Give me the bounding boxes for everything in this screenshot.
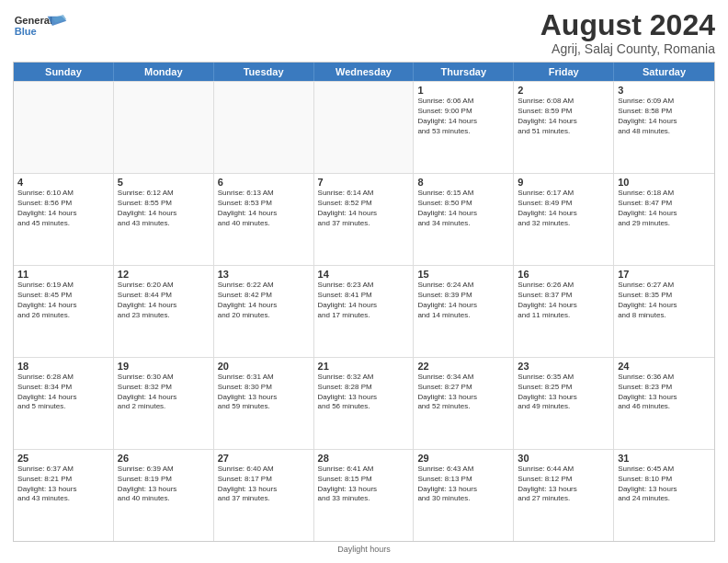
- calendar-cell: 28Sunrise: 6:41 AM Sunset: 8:15 PM Dayli…: [314, 450, 415, 541]
- calendar-cell: 11Sunrise: 6:19 AM Sunset: 8:45 PM Dayli…: [14, 266, 114, 357]
- svg-text:Blue: Blue: [15, 26, 37, 37]
- day-of-week-header: Friday: [514, 63, 614, 81]
- calendar-cell: [314, 82, 415, 173]
- calendar-cell: 24Sunrise: 6:36 AM Sunset: 8:23 PM Dayli…: [614, 358, 714, 449]
- calendar: SundayMondayTuesdayWednesdayThursdayFrid…: [13, 62, 715, 542]
- main-title: August 2024: [540, 9, 715, 41]
- day-number: 6: [218, 177, 310, 188]
- day-info: Sunrise: 6:23 AM Sunset: 8:41 PM Dayligh…: [318, 281, 410, 320]
- day-number: 18: [17, 361, 109, 372]
- calendar-row: 18Sunrise: 6:28 AM Sunset: 8:34 PM Dayli…: [14, 357, 714, 449]
- day-number: 4: [17, 177, 109, 188]
- calendar-cell: 29Sunrise: 6:43 AM Sunset: 8:13 PM Dayli…: [414, 450, 514, 541]
- day-number: 16: [518, 269, 609, 280]
- day-number: 7: [318, 177, 410, 188]
- day-number: 3: [618, 85, 711, 96]
- day-info: Sunrise: 6:44 AM Sunset: 8:12 PM Dayligh…: [518, 465, 609, 504]
- day-of-week-header: Saturday: [614, 63, 714, 81]
- day-of-week-header: Thursday: [414, 63, 514, 81]
- calendar-cell: 6Sunrise: 6:13 AM Sunset: 8:53 PM Daylig…: [214, 174, 314, 265]
- calendar-row: 11Sunrise: 6:19 AM Sunset: 8:45 PM Dayli…: [14, 265, 714, 357]
- logo: General Blue: [13, 9, 68, 42]
- day-info: Sunrise: 6:24 AM Sunset: 8:39 PM Dayligh…: [417, 281, 509, 320]
- calendar-cell: 21Sunrise: 6:32 AM Sunset: 8:28 PM Dayli…: [314, 358, 415, 449]
- day-info: Sunrise: 6:14 AM Sunset: 8:52 PM Dayligh…: [318, 189, 410, 228]
- title-block: August 2024 Agrij, Salaj County, Romania: [540, 9, 715, 56]
- day-info: Sunrise: 6:27 AM Sunset: 8:35 PM Dayligh…: [618, 281, 711, 320]
- day-info: Sunrise: 6:09 AM Sunset: 8:58 PM Dayligh…: [618, 97, 711, 136]
- day-info: Sunrise: 6:37 AM Sunset: 8:21 PM Dayligh…: [17, 465, 109, 504]
- day-number: 2: [518, 85, 609, 96]
- day-number: 22: [417, 361, 509, 372]
- calendar-cell: 15Sunrise: 6:24 AM Sunset: 8:39 PM Dayli…: [414, 266, 514, 357]
- day-number: 31: [618, 453, 711, 464]
- day-info: Sunrise: 6:45 AM Sunset: 8:10 PM Dayligh…: [618, 465, 711, 504]
- day-info: Sunrise: 6:26 AM Sunset: 8:37 PM Dayligh…: [518, 281, 609, 320]
- calendar-row: 4Sunrise: 6:10 AM Sunset: 8:56 PM Daylig…: [14, 173, 714, 265]
- day-info: Sunrise: 6:22 AM Sunset: 8:42 PM Dayligh…: [218, 281, 310, 320]
- day-info: Sunrise: 6:17 AM Sunset: 8:49 PM Dayligh…: [518, 189, 609, 228]
- day-info: Sunrise: 6:28 AM Sunset: 8:34 PM Dayligh…: [17, 373, 109, 412]
- day-info: Sunrise: 6:08 AM Sunset: 8:59 PM Dayligh…: [518, 97, 609, 136]
- day-info: Sunrise: 6:18 AM Sunset: 8:47 PM Dayligh…: [618, 189, 711, 228]
- day-number: 12: [118, 269, 210, 280]
- day-number: 9: [518, 177, 609, 188]
- day-number: 21: [318, 361, 410, 372]
- day-number: 11: [17, 269, 109, 280]
- day-info: Sunrise: 6:39 AM Sunset: 8:19 PM Dayligh…: [118, 465, 210, 504]
- calendar-cell: 13Sunrise: 6:22 AM Sunset: 8:42 PM Dayli…: [214, 266, 314, 357]
- day-number: 26: [118, 453, 210, 464]
- day-of-week-header: Wednesday: [314, 63, 415, 81]
- calendar-cell: 18Sunrise: 6:28 AM Sunset: 8:34 PM Dayli…: [14, 358, 114, 449]
- day-info: Sunrise: 6:30 AM Sunset: 8:32 PM Dayligh…: [118, 373, 210, 412]
- day-info: Sunrise: 6:36 AM Sunset: 8:23 PM Dayligh…: [618, 373, 711, 412]
- calendar-row: 1Sunrise: 6:06 AM Sunset: 9:00 PM Daylig…: [14, 81, 714, 173]
- calendar-cell: 8Sunrise: 6:15 AM Sunset: 8:50 PM Daylig…: [414, 174, 514, 265]
- day-number: 28: [318, 453, 410, 464]
- day-info: Sunrise: 6:20 AM Sunset: 8:44 PM Dayligh…: [118, 281, 210, 320]
- day-info: Sunrise: 6:12 AM Sunset: 8:55 PM Dayligh…: [118, 189, 210, 228]
- calendar-cell: 3Sunrise: 6:09 AM Sunset: 8:58 PM Daylig…: [614, 82, 714, 173]
- svg-text:General: General: [15, 15, 52, 26]
- day-info: Sunrise: 6:10 AM Sunset: 8:56 PM Dayligh…: [17, 189, 109, 228]
- day-number: 30: [518, 453, 609, 464]
- calendar-cell: 25Sunrise: 6:37 AM Sunset: 8:21 PM Dayli…: [14, 450, 114, 541]
- calendar-cell: 27Sunrise: 6:40 AM Sunset: 8:17 PM Dayli…: [214, 450, 314, 541]
- footer-note: Daylight hours: [13, 542, 715, 556]
- day-number: 15: [417, 269, 509, 280]
- day-info: Sunrise: 6:06 AM Sunset: 9:00 PM Dayligh…: [417, 97, 509, 136]
- calendar-cell: 20Sunrise: 6:31 AM Sunset: 8:30 PM Dayli…: [214, 358, 314, 449]
- calendar-cell: 2Sunrise: 6:08 AM Sunset: 8:59 PM Daylig…: [514, 82, 614, 173]
- calendar-cell: 26Sunrise: 6:39 AM Sunset: 8:19 PM Dayli…: [114, 450, 214, 541]
- calendar-cell: 19Sunrise: 6:30 AM Sunset: 8:32 PM Dayli…: [114, 358, 214, 449]
- day-info: Sunrise: 6:35 AM Sunset: 8:25 PM Dayligh…: [518, 373, 609, 412]
- day-number: 1: [417, 85, 509, 96]
- day-number: 24: [618, 361, 711, 372]
- day-number: 25: [17, 453, 109, 464]
- day-info: Sunrise: 6:19 AM Sunset: 8:45 PM Dayligh…: [17, 281, 109, 320]
- page: General Blue August 2024 Agrij, Salaj Co…: [0, 0, 728, 563]
- day-of-week-header: Sunday: [14, 63, 114, 81]
- day-info: Sunrise: 6:31 AM Sunset: 8:30 PM Dayligh…: [218, 373, 310, 412]
- calendar-cell: 17Sunrise: 6:27 AM Sunset: 8:35 PM Dayli…: [614, 266, 714, 357]
- calendar-cell: 30Sunrise: 6:44 AM Sunset: 8:12 PM Dayli…: [514, 450, 614, 541]
- day-info: Sunrise: 6:43 AM Sunset: 8:13 PM Dayligh…: [417, 465, 509, 504]
- day-number: 17: [618, 269, 711, 280]
- calendar-cell: 7Sunrise: 6:14 AM Sunset: 8:52 PM Daylig…: [314, 174, 415, 265]
- logo-svg: General Blue: [13, 9, 68, 42]
- calendar-cell: [14, 82, 114, 173]
- day-number: 13: [218, 269, 310, 280]
- day-number: 23: [518, 361, 609, 372]
- day-of-week-header: Monday: [114, 63, 214, 81]
- calendar-cell: 16Sunrise: 6:26 AM Sunset: 8:37 PM Dayli…: [514, 266, 614, 357]
- day-number: 5: [118, 177, 210, 188]
- calendar-cell: 31Sunrise: 6:45 AM Sunset: 8:10 PM Dayli…: [614, 450, 714, 541]
- day-number: 29: [417, 453, 509, 464]
- calendar-cell: 9Sunrise: 6:17 AM Sunset: 8:49 PM Daylig…: [514, 174, 614, 265]
- calendar-cell: 5Sunrise: 6:12 AM Sunset: 8:55 PM Daylig…: [114, 174, 214, 265]
- calendar-cell: [214, 82, 314, 173]
- sub-title: Agrij, Salaj County, Romania: [540, 41, 715, 56]
- calendar-cell: 14Sunrise: 6:23 AM Sunset: 8:41 PM Dayli…: [314, 266, 415, 357]
- calendar-cell: [114, 82, 214, 173]
- day-info: Sunrise: 6:13 AM Sunset: 8:53 PM Dayligh…: [218, 189, 310, 228]
